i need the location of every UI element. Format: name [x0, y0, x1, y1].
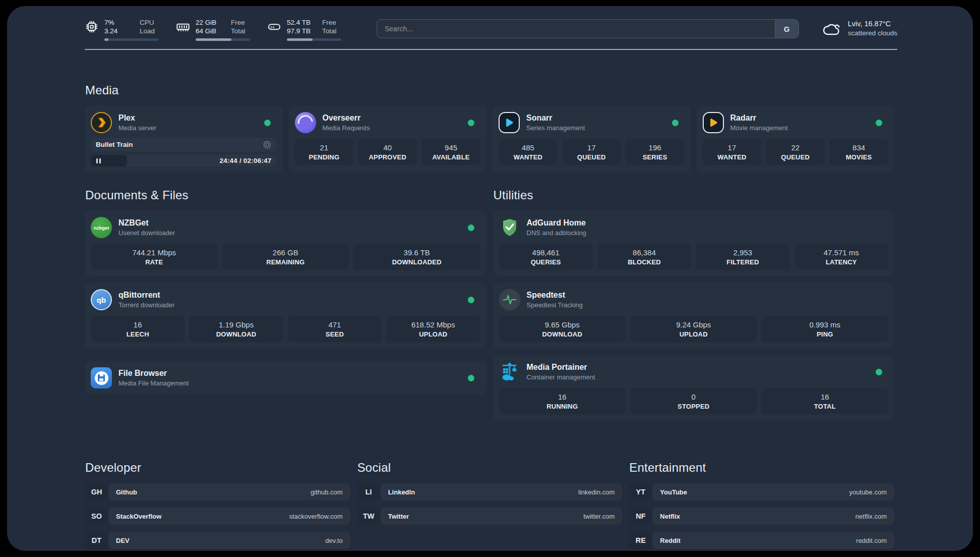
bookmark-reddit[interactable]: RE Reddit reddit.com	[629, 532, 894, 549]
stat-label: RUNNING	[501, 402, 624, 411]
header-divider	[85, 49, 897, 50]
stat-value: 744.21 Mbps	[93, 248, 216, 257]
plex-card[interactable]: Plex Media server Bullet Train	[85, 106, 283, 173]
stat-box: 9.24 Gbps UPLOAD	[630, 316, 757, 342]
stat-value: 16	[764, 392, 887, 402]
sonarr-card[interactable]: Sonarr Series management 485 WANTED 17 Q…	[493, 106, 691, 173]
bookmark-abbr: LI	[357, 488, 381, 496]
nzbget-card[interactable]: nzbget NZBGet Usenet downloader 744.21 M…	[85, 211, 486, 276]
bookmark-twitter[interactable]: TW Twitter twitter.com	[357, 508, 623, 525]
top-bar: 7% 3.24 CPU Load	[7, 6, 973, 41]
stat-box: 485 WANTED	[499, 139, 558, 165]
stat-box: 22 QUEUED	[766, 139, 825, 165]
dashboard-panel: 7% 3.24 CPU Load	[7, 6, 973, 551]
bookmark-dev[interactable]: DT DEV dev.to	[85, 532, 350, 549]
bookmark-netflix[interactable]: NF Netflix netflix.com	[629, 508, 894, 525]
now-playing-row: Bullet Train	[91, 138, 277, 151]
bookmark-url: netflix.com	[855, 513, 887, 520]
bookmark-url: dev.to	[325, 537, 342, 544]
stat-label: MOVIES	[831, 153, 886, 161]
stat-box: 945 AVAILABLE	[421, 139, 480, 165]
app-title: Media Portainer	[527, 362, 870, 372]
stat-value: 1.19 Gbps	[191, 320, 281, 329]
stat-box: 744.21 Mbps RATE	[91, 244, 218, 270]
status-online-dot	[876, 120, 882, 126]
stat-label: WANTED	[501, 153, 556, 161]
status-online-dot	[468, 120, 474, 126]
stat-box: 86,384 BLOCKED	[597, 244, 691, 270]
app-title: Overseerr	[323, 113, 462, 123]
stat-box: 0 STOPPED	[630, 388, 757, 414]
stat-box: 266 GB REMAINING	[222, 244, 349, 270]
weather-location: Lviv, 16.87°C	[848, 19, 897, 29]
bookmark-github[interactable]: GH Github github.com	[85, 483, 350, 500]
stat-label: SERIES	[628, 153, 683, 161]
app-subtitle: Usenet downloader	[118, 229, 461, 237]
pause-icon	[96, 158, 101, 163]
stat-label: WANTED	[705, 153, 760, 161]
stat-box: 834 MOVIES	[829, 139, 888, 165]
stat-label: PING	[764, 330, 887, 339]
stat-box: 39.6 TB DOWNLOADED	[353, 244, 480, 270]
app-subtitle: Movie management	[730, 124, 870, 132]
cpu-load-value: 3.24	[104, 27, 131, 35]
playback-time: 24:44 / 02:06:47	[219, 157, 271, 164]
bookmark-abbr: DT	[85, 536, 108, 544]
bookmark-abbr: TW	[357, 512, 381, 520]
bookmark-column-developer: Developer GH Github github.com SO StackO…	[85, 461, 350, 551]
bookmark-linkedin[interactable]: LI LinkedIn linkedin.com	[357, 483, 623, 500]
disk-stat: 52.4 TB 97.9 TB Free Total	[267, 18, 341, 41]
sonarr-icon	[499, 112, 520, 133]
ram-stat: 22 GiB 64 GiB Free Total	[176, 18, 250, 41]
stat-label: APPROVED	[360, 153, 415, 161]
stat-label: DOWNLOADED	[355, 258, 478, 266]
qbittorrent-card[interactable]: qb qBittorrent Torrent downloader 16 LEE…	[85, 283, 486, 348]
stat-value: 39.6 TB	[355, 248, 478, 257]
stat-box: 17 QUEUED	[562, 139, 621, 165]
app-title: Speedtest	[527, 290, 889, 300]
stat-value: 471	[290, 320, 380, 329]
ram-free-value: 22 GiB	[196, 18, 222, 27]
stat-label: RATE	[93, 258, 216, 266]
app-subtitle: Media server	[118, 124, 258, 132]
stat-label: TOTAL	[764, 402, 887, 411]
portainer-card[interactable]: Media Portainer Container management 16 …	[493, 355, 895, 420]
disk-drive-icon	[267, 20, 281, 34]
stat-label: UPLOAD	[388, 330, 478, 339]
search-input[interactable]	[377, 20, 775, 38]
stat-label: LATENCY	[797, 258, 886, 266]
adguard-shield-icon	[499, 217, 520, 238]
overseerr-card[interactable]: Overseerr Media Requests 21 PENDING 40 A…	[289, 106, 487, 173]
bookmark-youtube[interactable]: YT YouTube youtube.com	[629, 483, 894, 500]
bookmark-abbr: RE	[629, 536, 652, 544]
bookmark-stackoverflow[interactable]: SO StackOverflow stackoverflow.com	[85, 508, 350, 525]
bookmark-abbr: NF	[629, 512, 652, 520]
cpu-usage-value: 7%	[104, 18, 131, 27]
cpu-stat: 7% 3.24 CPU Load	[85, 18, 159, 41]
speedtest-card[interactable]: Speedtest Speedtest Tracking 9.65 Gbps D…	[493, 283, 895, 348]
filebrowser-card[interactable]: File Browser Media File Management	[85, 361, 486, 395]
search-engine-button[interactable]: G	[775, 20, 799, 38]
stat-box: 16 TOTAL	[762, 388, 889, 414]
qbittorrent-icon: qb	[91, 289, 112, 310]
stat-label: PENDING	[297, 153, 352, 161]
stat-label: QUEUED	[768, 153, 823, 161]
stat-box: 1.19 Gbps DOWNLOAD	[189, 316, 283, 342]
stat-value: 40	[360, 143, 415, 152]
bookmark-url: github.com	[311, 488, 343, 496]
speedtest-pulse-icon	[499, 289, 520, 310]
bookmark-name: Github	[116, 488, 137, 496]
app-subtitle: DNS and adblocking	[527, 229, 889, 237]
stat-label: AVAILABLE	[423, 153, 478, 161]
cpu-chip-icon	[85, 20, 99, 34]
adguard-card[interactable]: AdGuard Home DNS and adblocking 498,461 …	[493, 211, 895, 276]
stat-box: 21 PENDING	[295, 139, 354, 165]
bookmark-column-social: Social LI LinkedIn linkedin.com TW Twitt…	[357, 461, 623, 551]
bookmark-name: Twitter	[388, 513, 409, 520]
playback-progress-bar: 24:44 / 02:06:47	[91, 155, 277, 166]
bookmark-url: youtube.com	[849, 488, 887, 496]
stat-label: FILTERED	[698, 258, 787, 266]
radarr-card[interactable]: Radarr Movie management 17 WANTED 22 QUE…	[697, 106, 895, 173]
stat-value: 498,461	[501, 248, 591, 257]
app-title: NZBGet	[118, 218, 461, 228]
